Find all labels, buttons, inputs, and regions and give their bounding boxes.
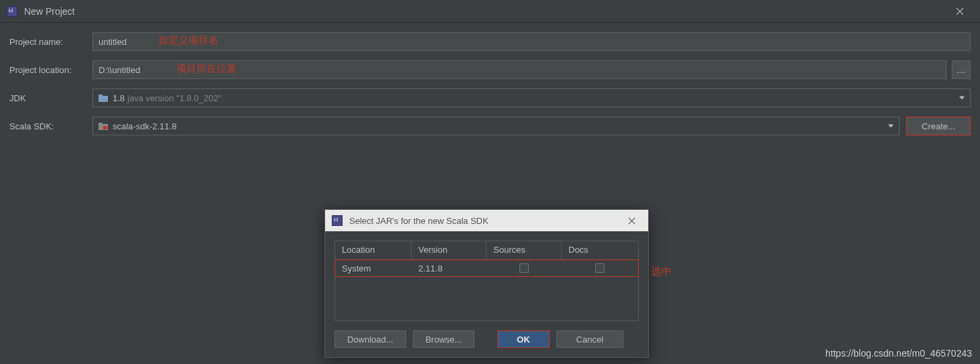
cell-version: 2.11.8 [412, 260, 487, 276]
sources-checkbox[interactable] [519, 263, 529, 273]
close-button[interactable] [946, 2, 973, 21]
th-location: Location [335, 241, 412, 259]
form-area: Project name: 自定义项目名 Project location: …… [0, 23, 980, 135]
browse-location-button[interactable]: … [952, 60, 971, 79]
chevron-down-icon [888, 125, 894, 128]
ok-button[interactable]: OK [497, 330, 550, 348]
input-project-location[interactable] [93, 60, 946, 79]
chevron-down-icon [959, 97, 965, 100]
label-scala-sdk: Scala SDK: [9, 121, 93, 131]
close-icon [628, 217, 635, 225]
scala-sdk-value: scala-sdk-2.11.8 [113, 121, 176, 131]
th-docs: Docs [562, 241, 638, 259]
input-project-name[interactable] [93, 32, 971, 51]
create-sdk-button[interactable]: Create... [906, 117, 971, 135]
cell-sources [487, 260, 562, 276]
cancel-button[interactable]: Cancel [556, 330, 623, 348]
cell-location: System [335, 260, 412, 276]
label-project-name: Project name: [9, 37, 93, 47]
app-icon [7, 6, 17, 17]
jdk-version: 1.8 [113, 93, 125, 103]
svg-rect-2 [99, 96, 108, 102]
dropdown-jdk[interactable]: 1.8 java version "1.8.0_202" [93, 88, 971, 107]
table-row[interactable]: System 2.11.8 [334, 259, 639, 277]
row-scala-sdk: Scala SDK: scala-sdk-2.11.8 Create... [9, 117, 971, 135]
table-header: Location Version Sources Docs [335, 241, 638, 260]
dropdown-scala-sdk[interactable]: scala-sdk-2.11.8 [93, 117, 900, 135]
watermark: https://blog.csdn.net/m0_46570243 [825, 348, 972, 359]
docs-checkbox[interactable] [595, 263, 605, 273]
titlebar: New Project [0, 0, 980, 23]
svg-rect-6 [103, 126, 107, 129]
row-jdk: JDK 1.8 java version "1.8.0_202" [9, 88, 971, 107]
row-project-name: Project name: 自定义项目名 [9, 32, 971, 51]
folder-icon [99, 123, 108, 130]
dialog-select-jars: Select JAR's for the new Scala SDK Locat… [324, 209, 649, 358]
cell-docs [562, 260, 638, 276]
row-project-location: Project location: … 项目所在位置 [9, 60, 971, 79]
label-jdk: JDK [9, 93, 93, 103]
dialog-titlebar: Select JAR's for the new Scala SDK [325, 210, 648, 231]
folder-icon [99, 95, 108, 102]
label-project-location: Project location: [9, 65, 93, 75]
window-title: New Project [24, 6, 74, 17]
download-button[interactable]: Download... [334, 330, 406, 348]
svg-rect-3 [99, 95, 103, 97]
svg-rect-5 [99, 123, 103, 125]
annotation-selected: 选中 [652, 265, 672, 278]
th-version: Version [412, 241, 487, 259]
app-icon [332, 215, 343, 226]
browse-button[interactable]: Browse... [413, 330, 475, 348]
dialog-body: Location Version Sources Docs System 2.1… [325, 231, 648, 357]
close-icon [956, 7, 964, 15]
dialog-buttons: Download... Browse... OK Cancel [334, 330, 639, 348]
dialog-title: Select JAR's for the new Scala SDK [349, 216, 489, 226]
th-sources: Sources [487, 241, 562, 259]
jar-table: Location Version Sources Docs System 2.1… [334, 241, 639, 321]
jdk-detail: java version "1.8.0_202" [127, 93, 221, 103]
dialog-close-button[interactable] [621, 210, 641, 231]
